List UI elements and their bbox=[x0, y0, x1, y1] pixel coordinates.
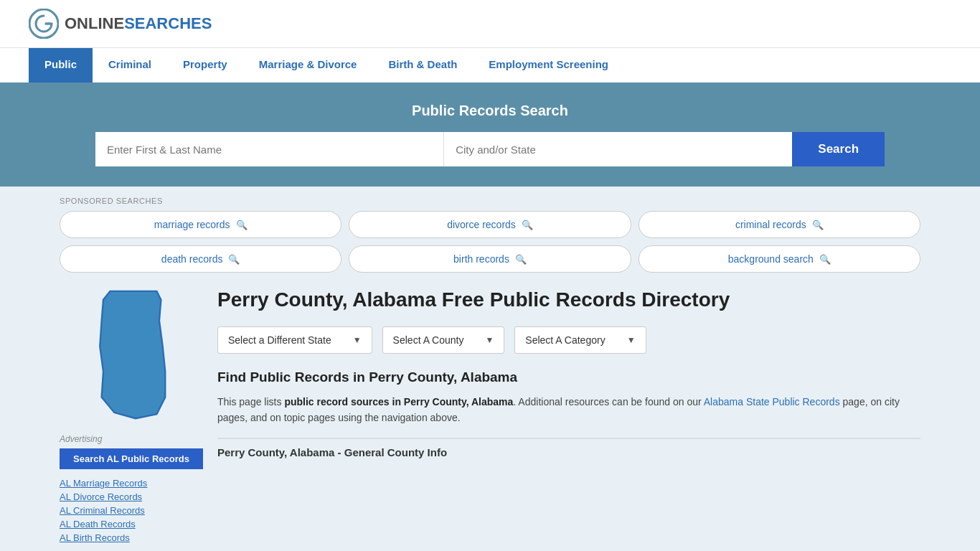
county-chevron-icon: ▼ bbox=[485, 335, 494, 345]
sponsored-label: SPONSORED SEARCHES bbox=[60, 197, 920, 205]
pill-marriage-text: marriage records bbox=[154, 219, 230, 230]
desc-part1: This page lists bbox=[217, 396, 284, 408]
nav-employment[interactable]: Employment Screening bbox=[473, 48, 624, 83]
search-icon-4: 🔍 bbox=[228, 254, 240, 265]
pill-divorce-text: divorce records bbox=[447, 219, 516, 230]
sidebar-link-divorce[interactable]: AL Divorce Records bbox=[60, 491, 203, 502]
pill-marriage[interactable]: marriage records 🔍 bbox=[60, 211, 341, 238]
pill-background[interactable]: background search 🔍 bbox=[639, 245, 920, 273]
county-select[interactable]: Select A County ▼ bbox=[382, 326, 505, 354]
sidebar-ad-button[interactable]: Search AL Public Records bbox=[60, 448, 203, 469]
desc-part2: . Additional resources can be found on o… bbox=[513, 396, 703, 408]
logo[interactable]: ONLINESEARCHES bbox=[29, 9, 212, 39]
find-description: This page lists public record sources in… bbox=[217, 394, 920, 426]
search-icon-3: 🔍 bbox=[812, 220, 824, 230]
pill-background-text: background search bbox=[728, 253, 814, 265]
search-icon-2: 🔍 bbox=[522, 220, 533, 230]
content-column: SPONSORED SEARCHES marriage records 🔍 di… bbox=[60, 187, 920, 546]
nav-criminal[interactable]: Criminal bbox=[93, 48, 167, 83]
sidebar-link-birth[interactable]: AL Birth Records bbox=[60, 532, 203, 543]
search-icon-6: 🔍 bbox=[819, 254, 831, 265]
state-chevron-icon: ▼ bbox=[353, 335, 362, 345]
nav-public[interactable]: Public bbox=[29, 48, 93, 83]
nav-marriage-divorce[interactable]: Marriage & Divorce bbox=[243, 48, 373, 83]
category-chevron-icon: ▼ bbox=[627, 335, 636, 345]
pill-death[interactable]: death records 🔍 bbox=[60, 245, 341, 273]
search-row: Search bbox=[95, 132, 885, 166]
sponsored-grid: marriage records 🔍 divorce records 🔍 cri… bbox=[60, 211, 920, 273]
alabama-map bbox=[85, 287, 178, 423]
sponsored-section: SPONSORED SEARCHES marriage records 🔍 di… bbox=[60, 187, 920, 273]
category-select-label: Select A Category bbox=[525, 334, 605, 346]
content-layout: Advertising Search AL Public Records AL … bbox=[60, 287, 920, 546]
search-icon-5: 🔍 bbox=[515, 254, 527, 265]
logo-icon bbox=[29, 9, 59, 39]
pill-criminal-text: criminal records bbox=[735, 219, 806, 230]
desc-link[interactable]: Alabama State Public Records bbox=[704, 396, 840, 408]
search-banner-title: Public Records Search bbox=[29, 103, 951, 119]
site-header: ONLINESEARCHES bbox=[0, 0, 980, 47]
state-select[interactable]: Select a Different State ▼ bbox=[217, 326, 372, 354]
state-select-label: Select a Different State bbox=[228, 334, 331, 346]
pill-birth[interactable]: birth records 🔍 bbox=[349, 245, 631, 273]
main-wrapper: SPONSORED SEARCHES marriage records 🔍 di… bbox=[45, 187, 935, 546]
sidebar-ad-label: Advertising bbox=[60, 434, 203, 444]
category-select[interactable]: Select A Category ▼ bbox=[514, 326, 646, 354]
nav-property[interactable]: Property bbox=[167, 48, 243, 83]
logo-text: ONLINESEARCHES bbox=[65, 14, 212, 33]
search-banner: Public Records Search Search bbox=[0, 83, 980, 187]
county-select-label: Select A County bbox=[393, 334, 464, 346]
sidebar-link-criminal[interactable]: AL Criminal Records bbox=[60, 505, 203, 516]
desc-bold: public record sources in Perry County, A… bbox=[284, 396, 513, 408]
county-info-title: Perry County, Alabama - General County I… bbox=[217, 438, 920, 458]
location-search-input[interactable] bbox=[444, 132, 792, 166]
nav-bar: Public Criminal Property Marriage & Divo… bbox=[0, 47, 980, 83]
main-content: Perry County, Alabama Free Public Record… bbox=[217, 287, 920, 546]
pill-divorce[interactable]: divorce records 🔍 bbox=[349, 211, 631, 238]
select-row: Select a Different State ▼ Select A Coun… bbox=[217, 326, 920, 354]
sidebar: Advertising Search AL Public Records AL … bbox=[60, 287, 203, 546]
name-search-input[interactable] bbox=[95, 132, 444, 166]
sidebar-link-marriage[interactable]: AL Marriage Records bbox=[60, 478, 203, 489]
find-title: Find Public Records in Perry County, Ala… bbox=[217, 369, 920, 385]
svg-point-0 bbox=[29, 9, 58, 38]
pill-death-text: death records bbox=[161, 253, 223, 265]
pill-criminal[interactable]: criminal records 🔍 bbox=[639, 211, 920, 238]
nav-birth-death[interactable]: Birth & Death bbox=[372, 48, 473, 83]
sidebar-link-death[interactable]: AL Death Records bbox=[60, 519, 203, 529]
pill-birth-text: birth records bbox=[453, 253, 509, 265]
sidebar-ad-area: Advertising Search AL Public Records AL … bbox=[60, 434, 203, 543]
search-icon-1: 🔍 bbox=[236, 220, 248, 230]
page-title: Perry County, Alabama Free Public Record… bbox=[217, 287, 920, 312]
search-button[interactable]: Search bbox=[792, 132, 885, 166]
